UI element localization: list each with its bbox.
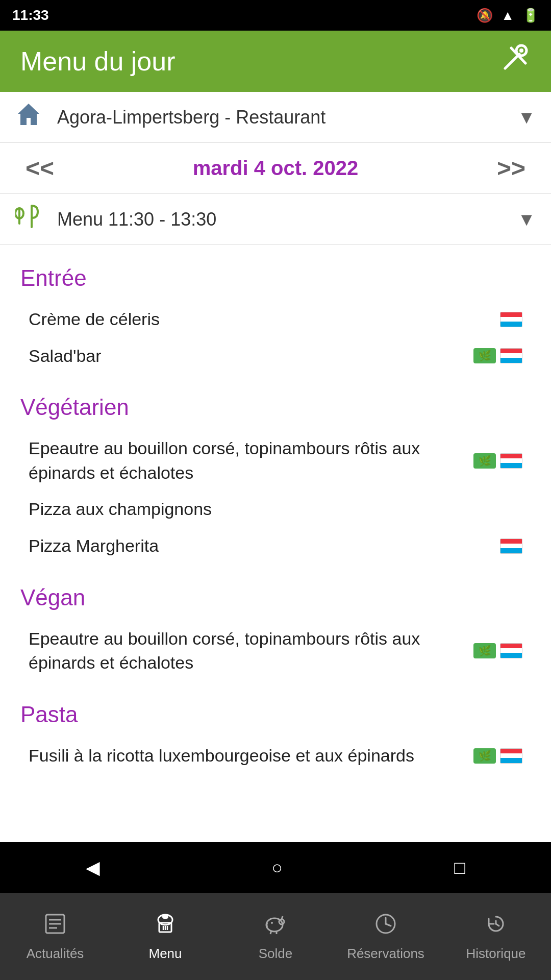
settings-icon[interactable] bbox=[500, 43, 531, 80]
flag-luxembourg-icon bbox=[500, 538, 522, 554]
menu-item-text: Crème de céleris bbox=[29, 307, 492, 332]
menu-item-text: Fusili à la ricotta luxembourgeoise et a… bbox=[29, 744, 465, 768]
eco-icon bbox=[473, 748, 496, 764]
next-date-button[interactable]: >> bbox=[487, 154, 536, 182]
piggy-icon bbox=[263, 912, 288, 942]
menu-item-text: Epeautre au bouillon corsé, topinambours… bbox=[29, 627, 465, 675]
menu-item-text: Pizza aux champignons bbox=[29, 497, 514, 522]
clock-icon bbox=[373, 912, 398, 942]
nav-reservations-label: Réservations bbox=[347, 946, 424, 962]
list-item: Salad'bar bbox=[20, 338, 531, 375]
item-flags bbox=[500, 538, 522, 554]
menu-time-selector-row[interactable]: Menu 11:30 - 13:30 ▼ bbox=[0, 194, 551, 245]
nav-solde[interactable]: Solde bbox=[220, 893, 331, 980]
svg-rect-5 bbox=[18, 208, 20, 225]
home-button[interactable]: ○ bbox=[271, 857, 283, 878]
flag-luxembourg-icon bbox=[500, 453, 522, 469]
nav-actualites[interactable]: Actualités bbox=[0, 893, 110, 980]
back-button[interactable]: ◀ bbox=[86, 857, 100, 878]
nav-historique[interactable]: Historique bbox=[441, 893, 551, 980]
menu-content: Entrée Crème de céleris Salad'bar Végéta… bbox=[0, 245, 551, 937]
battery-icon: 🔋 bbox=[522, 8, 539, 23]
status-time: 11:33 bbox=[12, 7, 49, 23]
svg-rect-17 bbox=[162, 915, 168, 919]
svg-point-2 bbox=[519, 48, 523, 53]
nav-solde-label: Solde bbox=[259, 946, 293, 962]
wifi-icon: ▲ bbox=[501, 8, 514, 23]
status-icons: 🔕 ▲ 🔋 bbox=[477, 8, 539, 23]
restaurant-selector-row[interactable]: Agora-Limpertsberg - Restaurant ▼ bbox=[0, 92, 551, 143]
section-entree-title: Entrée bbox=[20, 265, 531, 291]
flag-luxembourg-icon bbox=[500, 348, 522, 363]
chef-icon bbox=[153, 912, 178, 942]
menu-item-text: Epeautre au bouillon corsé, topinambours… bbox=[29, 436, 465, 485]
menu-item-text: Salad'bar bbox=[29, 344, 465, 369]
bottom-nav: Actualités Menu bbox=[0, 893, 551, 980]
svg-line-26 bbox=[386, 924, 391, 926]
flag-luxembourg-icon bbox=[500, 643, 522, 658]
prev-date-button[interactable]: << bbox=[15, 154, 64, 182]
flag-luxembourg-icon bbox=[500, 312, 522, 327]
history-icon bbox=[484, 912, 508, 942]
item-flags bbox=[473, 453, 522, 469]
section-vegan: Végan Epeautre au bouillon corsé, topina… bbox=[20, 585, 531, 681]
restaurant-name: Agora-Limpertsberg - Restaurant bbox=[57, 107, 517, 128]
nav-menu[interactable]: Menu bbox=[110, 893, 220, 980]
list-item: Fusili à la ricotta luxembourgeoise et a… bbox=[20, 738, 531, 774]
recents-button[interactable]: □ bbox=[454, 857, 465, 878]
menu-chevron-icon: ▼ bbox=[517, 209, 536, 230]
flag-luxembourg-icon bbox=[500, 748, 522, 764]
section-pasta: Pasta Fusili à la ricotta luxembourgeois… bbox=[20, 702, 531, 774]
list-item: Pizza Margherita bbox=[20, 528, 531, 565]
section-vegetarien: Végétarien Epeautre au bouillon corsé, t… bbox=[20, 395, 531, 564]
section-vegan-title: Végan bbox=[20, 585, 531, 610]
item-flags bbox=[473, 748, 522, 764]
item-flags bbox=[500, 312, 522, 327]
item-flags bbox=[473, 348, 522, 363]
eco-icon bbox=[473, 453, 496, 469]
list-item: Crème de céleris bbox=[20, 301, 531, 338]
item-flags bbox=[473, 643, 522, 658]
app-bar: Menu du jour bbox=[0, 31, 551, 92]
nav-historique-label: Historique bbox=[466, 946, 525, 962]
system-nav: ◀ ○ □ bbox=[0, 842, 551, 893]
restaurant-chevron-icon: ▼ bbox=[517, 107, 536, 128]
menu-item-text: Pizza Margherita bbox=[29, 534, 492, 558]
eco-icon bbox=[473, 643, 496, 658]
nav-reservations[interactable]: Réservations bbox=[331, 893, 441, 980]
status-bar: 11:33 🔕 ▲ 🔋 bbox=[0, 0, 551, 31]
svg-line-21 bbox=[270, 930, 271, 934]
nav-actualites-label: Actualités bbox=[27, 946, 84, 962]
menu-time: Menu 11:30 - 13:30 bbox=[57, 209, 517, 230]
section-entree: Entrée Crème de céleris Salad'bar bbox=[20, 265, 531, 374]
current-date: mardi 4 oct. 2022 bbox=[64, 157, 487, 180]
svg-line-20 bbox=[282, 916, 283, 919]
app-title: Menu du jour bbox=[20, 46, 176, 77]
section-vegetarien-title: Végétarien bbox=[20, 395, 531, 420]
home-icon bbox=[15, 101, 42, 134]
svg-point-23 bbox=[271, 922, 273, 924]
notification-off-icon: 🔕 bbox=[477, 8, 493, 23]
nav-menu-label: Menu bbox=[148, 946, 182, 962]
list-item: Epeautre au bouillon corsé, topinambours… bbox=[20, 621, 531, 681]
list-item: Pizza aux champignons bbox=[20, 491, 531, 528]
section-pasta-title: Pasta bbox=[20, 702, 531, 727]
news-icon bbox=[43, 912, 67, 942]
date-nav-row: << mardi 4 oct. 2022 >> bbox=[0, 143, 551, 194]
restaurant-icon bbox=[15, 203, 42, 236]
svg-line-28 bbox=[496, 924, 499, 926]
svg-marker-4 bbox=[18, 104, 39, 125]
eco-icon bbox=[473, 348, 496, 363]
list-item: Epeautre au bouillon corsé, topinambours… bbox=[20, 430, 531, 491]
